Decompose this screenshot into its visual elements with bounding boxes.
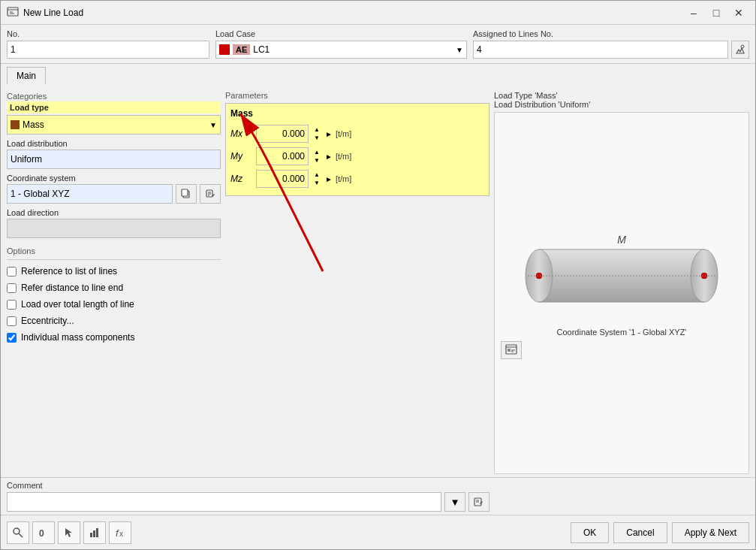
opt-load-total-check[interactable] (7, 300, 17, 310)
params-box: Mass Mx ▲ ▼ ► [t/m] My ▲ (225, 103, 489, 196)
header-fields: No. Load Case AE LC1 ▼ Assigned to Lines… (1, 25, 755, 64)
param-unit-mx: [t/m] (336, 129, 362, 138)
chart-icon (89, 527, 101, 539)
param-arrow-mx[interactable]: ► (325, 130, 333, 138)
param-input-my[interactable] (256, 147, 309, 165)
opt-ref-list-label: Reference to list of lines (21, 266, 117, 277)
loadcase-group: Load Case AE LC1 ▼ (215, 29, 467, 59)
viz-line1: Load Type 'Mass' (494, 91, 749, 100)
comment-edit-button[interactable] (468, 492, 489, 512)
cursor-tool-button[interactable] (58, 521, 80, 544)
opt-eccentricity-check[interactable] (7, 316, 17, 326)
number-icon: 0 (38, 527, 50, 539)
window-icon (7, 5, 19, 20)
export-icon (505, 344, 517, 356)
svg-text:0: 0 (39, 528, 44, 539)
options-title: Options (7, 246, 35, 255)
opt-eccentricity-label: Eccentricity... (21, 316, 74, 326)
assigned-row (473, 41, 749, 59)
opt-load-total-label: Load over total length of line (21, 299, 134, 310)
load-dir-label: Load direction (7, 208, 221, 217)
opt-ref-dist-check[interactable] (7, 283, 17, 293)
apply-next-button[interactable]: Apply & Next (672, 522, 749, 543)
param-input-mx[interactable] (256, 125, 309, 143)
comment-label: Comment (7, 481, 489, 490)
assigned-pick-button[interactable] (731, 41, 749, 59)
right-panel: Load Type 'Mass' Load Distribution 'Unif… (494, 85, 749, 474)
coord-label: Coordinate system (7, 174, 221, 183)
maximize-button[interactable]: □ (706, 5, 727, 20)
cylinder-svg: M (517, 227, 727, 325)
no-label: No. (7, 29, 209, 38)
load-dist-section: Load distribution Uniform (7, 139, 221, 169)
comment-input[interactable] (7, 492, 441, 512)
opt-load-total-row: Load over total length of line (7, 296, 221, 313)
number-tool-button[interactable]: 0 (32, 521, 55, 544)
param-input-mz[interactable] (256, 170, 309, 188)
window-title: New Line Load (23, 8, 679, 18)
edit-icon (205, 189, 215, 199)
ok-button[interactable]: OK (571, 522, 609, 543)
comment-edit-icon (474, 497, 484, 507)
param-up-mx[interactable]: ▲ (312, 125, 322, 134)
opt-ref-dist-row: Refer distance to line end (7, 280, 221, 296)
load-dir-input (7, 219, 221, 238)
formula-icon: f x (114, 527, 126, 539)
param-up-my[interactable]: ▲ (312, 148, 322, 156)
lc-color-box (219, 44, 230, 55)
comment-dropdown-button[interactable]: ▼ (444, 492, 465, 512)
svg-rect-33 (96, 528, 98, 537)
tab-main[interactable]: Main (7, 67, 46, 85)
cancel-button[interactable]: Cancel (613, 522, 667, 543)
coord-edit-button[interactable] (200, 184, 221, 204)
chart-tool-button[interactable] (83, 521, 106, 544)
opt-eccentricity-row: Eccentricity... (7, 313, 221, 329)
opt-ref-list-row: Reference to list of lines (7, 263, 221, 280)
no-input[interactable] (7, 41, 209, 59)
svg-rect-6 (182, 189, 188, 196)
comment-input-row: ▼ (7, 492, 489, 512)
minimize-button[interactable]: – (683, 5, 704, 20)
param-down-my[interactable]: ▼ (312, 156, 322, 165)
opt-ref-list-check[interactable] (7, 267, 17, 277)
load-type-select[interactable]: Mass ▼ (7, 115, 221, 134)
svg-rect-32 (93, 530, 95, 537)
opt-individual-label: Individual mass components (21, 332, 134, 343)
assigned-input[interactable] (473, 41, 728, 59)
params-title: Parameters (225, 91, 489, 100)
svg-text:M: M (617, 234, 626, 246)
arrow-area (225, 211, 489, 474)
middle-panel: Parameters Mass Mx ▲ ▼ ► [t/m] My (225, 85, 489, 474)
svg-rect-31 (90, 533, 92, 537)
coord-row: 1 - Global XYZ (7, 184, 221, 204)
param-down-mz[interactable]: ▼ (312, 179, 322, 187)
loadcase-select[interactable]: AE LC1 ▼ (215, 41, 467, 59)
loadcase-chevron-icon: ▼ (456, 46, 463, 54)
categories-section: Categories Load type Mass ▼ (7, 91, 221, 134)
param-up-mz[interactable]: ▲ (312, 171, 322, 179)
param-row-mx: Mx ▲ ▼ ► [t/m] (230, 123, 484, 144)
svg-point-28 (14, 528, 20, 534)
title-bar: New Line Load – □ ✕ (1, 1, 755, 25)
search-tool-button[interactable] (7, 521, 29, 544)
svg-rect-22 (508, 349, 511, 352)
param-down-mx[interactable]: ▼ (312, 134, 322, 142)
coord-copy-button[interactable] (176, 184, 197, 204)
main-content: Categories Load type Mass ▼ Load distrib… (1, 85, 755, 477)
search-icon (12, 527, 24, 539)
formula-tool-button[interactable]: f x (109, 521, 131, 544)
coord-system-label: Coordinate System '1 - Global XYZ' (557, 328, 687, 337)
footer: 0 f x OK (1, 515, 755, 549)
param-arrow-mz[interactable]: ► (325, 175, 333, 183)
close-button[interactable]: ✕ (728, 5, 749, 20)
param-label-my: My (230, 151, 253, 162)
left-panel: Categories Load type Mass ▼ Load distrib… (7, 85, 221, 474)
param-spinners-mx: ▲ ▼ (312, 125, 322, 142)
svg-text:x: x (119, 530, 123, 538)
opt-individual-check[interactable] (7, 333, 17, 343)
main-window: New Line Load – □ ✕ No. Load Case AE LC1… (0, 0, 756, 550)
viz-line2: Load Distribution 'Uniform' (494, 100, 749, 109)
viz-export-button[interactable] (501, 341, 522, 359)
param-arrow-my[interactable]: ► (325, 153, 333, 161)
assigned-label: Assigned to Lines No. (473, 29, 749, 38)
